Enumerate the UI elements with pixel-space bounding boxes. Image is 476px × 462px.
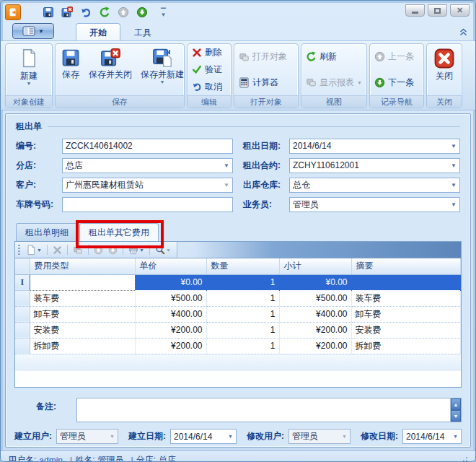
created-by-combo[interactable]: 管理员 ▼	[56, 429, 118, 444]
refresh-button-ribbon[interactable]: 刷新	[303, 50, 365, 64]
calculator-button[interactable]: 计算器	[236, 76, 296, 90]
save-and-new-button-large[interactable]: 保存并新建 ▼	[137, 45, 185, 94]
previous-record-button-ribbon[interactable]: 上一条	[371, 50, 422, 64]
open-object-button-grid[interactable]	[71, 245, 84, 256]
groupbox-title: 租出单	[16, 121, 42, 133]
salesman-combo[interactable]: 管理员 ▼	[289, 197, 460, 212]
group-label: 视图	[301, 95, 366, 108]
column-header-unit-price[interactable]: 单价	[135, 258, 206, 274]
modified-by-combo[interactable]: 管理员 ▼	[288, 429, 351, 444]
delete-button[interactable]: 删除	[189, 45, 229, 59]
app-icon[interactable]	[5, 4, 21, 20]
open-object-icon	[73, 245, 83, 255]
edit-cell-fee-type[interactable]	[30, 274, 135, 290]
created-date-combo[interactable]: 2014/6/14 ▼	[170, 429, 237, 444]
table-row[interactable]: 拆卸费 ¥200.00 1 ¥200.00 拆卸费	[15, 338, 461, 354]
save-and-close-button[interactable]	[60, 5, 74, 19]
customer-combo[interactable]: 广州惠民建材租赁站 ▼	[62, 178, 233, 193]
close-icon: ✕	[457, 6, 463, 14]
grid-toolbar: ▼	[14, 241, 462, 258]
next-record-icon	[136, 6, 148, 18]
tab-other-fees[interactable]: 租出单其它费用	[79, 223, 159, 241]
move-up-icon	[94, 245, 103, 255]
save-icon	[43, 6, 54, 18]
save-button-large[interactable]: 保存	[58, 45, 84, 94]
grid-header-row: 费用类型 单价 数量 小计 摘要	[15, 258, 461, 274]
edit-cell-qty[interactable]: 1	[206, 274, 279, 290]
print-button[interactable]: ▼	[127, 244, 146, 256]
ribbon-tabs: 开始 工具	[76, 23, 165, 40]
grid-edit-row[interactable]: I ¥0.00 1 ¥0.00	[15, 274, 461, 290]
move-up-button[interactable]	[92, 245, 105, 256]
application-menu-button[interactable]: ▼	[12, 23, 54, 39]
clipboard-export-icon	[8, 7, 18, 17]
save-close-icon	[100, 48, 120, 67]
group-label: 关闭	[427, 95, 462, 108]
next-record-button[interactable]	[135, 5, 149, 19]
remarks-input[interactable]: ▲ ▼	[76, 398, 462, 422]
rent-date-combo[interactable]: 2014/6/14 ▼	[289, 139, 460, 154]
contract-combo[interactable]: ZCHY110612001 ▼	[289, 158, 460, 173]
undo-icon	[80, 6, 92, 18]
delete-row-button[interactable]	[51, 245, 63, 256]
toolbar-grip[interactable]	[18, 245, 20, 255]
undo-icon	[192, 82, 202, 92]
validate-button[interactable]: 验证	[189, 63, 229, 77]
number-input[interactable]	[62, 139, 233, 154]
chevron-down-icon: ▼	[110, 434, 115, 439]
group-label: 打开对象	[234, 95, 298, 108]
delete-icon	[53, 245, 62, 255]
branch-combo[interactable]: 总店 ▼	[62, 158, 233, 173]
edit-cell-subtotal[interactable]: ¥0.00	[279, 274, 351, 290]
undo-button[interactable]	[79, 5, 93, 19]
save-button[interactable]	[41, 5, 56, 19]
group-label: 编辑	[188, 95, 231, 108]
search-button[interactable]: ▼	[154, 244, 172, 256]
tab-order-details[interactable]: 租出单明细	[16, 223, 78, 241]
move-down-button[interactable]	[107, 245, 119, 256]
close-form-button[interactable]: 关闭	[429, 45, 459, 94]
cancel-button[interactable]: 取消	[189, 80, 229, 94]
column-header-qty[interactable]: 数量	[206, 258, 279, 274]
grid-new-row-strip[interactable]	[15, 354, 461, 371]
document-panel: 租出单 编号: 分店: 总店 ▼	[5, 113, 471, 448]
previous-record-icon	[374, 51, 385, 62]
save-and-close-button-large[interactable]: 保存并关闭	[85, 45, 136, 94]
refresh-button[interactable]	[97, 5, 112, 19]
collapse-ribbon-button[interactable]	[459, 28, 468, 36]
warehouse-combo[interactable]: 总仓 ▼	[289, 178, 460, 193]
edit-cell-unit-price[interactable]: ¥0.00	[135, 274, 206, 290]
close-window-button[interactable]: ✕	[450, 4, 470, 17]
remarks-scrollbar[interactable]: ▲ ▼	[450, 398, 461, 422]
next-record-button-ribbon[interactable]: 下一条	[371, 76, 422, 90]
edit-cell-summary[interactable]	[351, 274, 461, 290]
toolbar-options-icon[interactable]: ▔▾	[161, 8, 166, 16]
table-row[interactable]: 卸车费 ¥400.00 1 ¥400.00 卸车费	[15, 306, 461, 322]
maximize-button[interactable]	[428, 4, 447, 17]
table-row[interactable]: 安装费 ¥200.00 1 ¥200.00 安装费	[15, 322, 461, 338]
column-header-fee-type[interactable]: 费用类型	[30, 258, 135, 274]
tab-tools[interactable]: 工具	[120, 23, 165, 40]
warehouse-label: 出库仓库:	[243, 179, 289, 191]
column-header-subtotal[interactable]: 小计	[279, 258, 351, 274]
scroll-up-icon[interactable]: ▲	[451, 398, 461, 410]
resize-grip[interactable]	[459, 456, 468, 462]
new-button[interactable]: 新建 ▼	[8, 45, 50, 94]
open-object-button[interactable]: 打开对象	[236, 50, 296, 64]
divider	[88, 245, 89, 255]
chevron-down-icon: ▼	[166, 248, 171, 253]
plate-input[interactable]	[62, 197, 233, 212]
modified-date-combo[interactable]: 2014/6/14 ▼	[402, 429, 462, 444]
salesman-label: 业务员:	[243, 199, 289, 211]
scroll-down-icon[interactable]: ▼	[451, 410, 461, 422]
new-row-button[interactable]: ▼	[25, 244, 43, 256]
status-bar: 用户名: admin | 姓名: 管理员 | 分店: 总店	[1, 450, 475, 462]
show-report-button[interactable]: 显示报表 ▼	[303, 76, 365, 90]
column-header-summary[interactable]: 摘要	[351, 258, 461, 274]
tab-start[interactable]: 开始	[76, 23, 120, 40]
table-row[interactable]: 装车费 ¥500.00 1 ¥500.00 装车费	[15, 290, 461, 306]
menu-icon	[22, 26, 35, 36]
previous-record-button[interactable]	[116, 5, 131, 19]
ribbon-group-save: 保存 保存并关闭	[55, 43, 185, 108]
minimize-button[interactable]	[405, 4, 425, 17]
